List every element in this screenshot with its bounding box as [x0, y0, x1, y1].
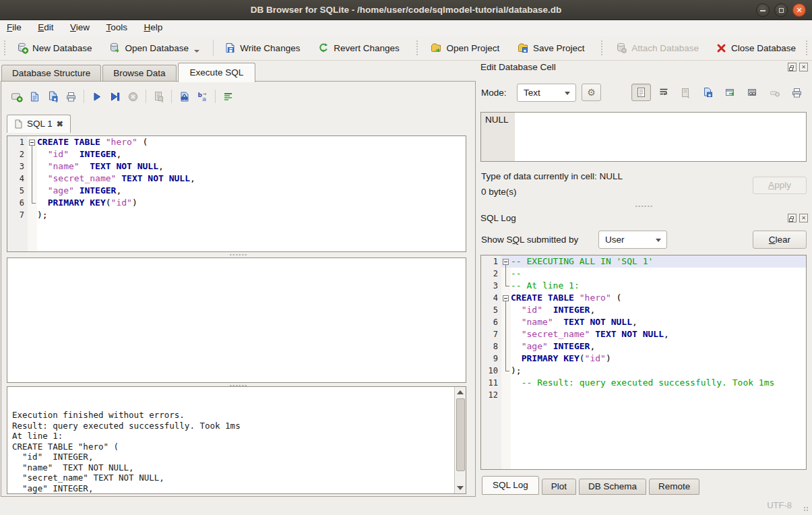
- sql-document-tab[interactable]: SQL 1 ✖: [7, 115, 71, 133]
- toolbar-drag-handle[interactable]: [806, 40, 808, 55]
- minimize-button[interactable]: [756, 3, 770, 17]
- results-grid[interactable]: [7, 258, 466, 383]
- code-line: 9 PRIMARY KEY("id"): [481, 353, 806, 365]
- menu-view[interactable]: View: [63, 20, 96, 34]
- new-sql-tab-button[interactable]: [7, 88, 26, 105]
- open-in-external-button[interactable]: [720, 84, 740, 101]
- messages-scrollbar[interactable]: [454, 387, 466, 493]
- toolbar-drag-handle[interactable]: [601, 40, 603, 55]
- cell-value-editor[interactable]: NULL: [480, 112, 807, 162]
- stop-execution-button: [124, 88, 142, 105]
- auto-switch-mode-button[interactable]: ⚙: [582, 84, 601, 101]
- dock-tab-sql-log[interactable]: SQL Log: [482, 476, 539, 495]
- splitter-handle[interactable]: [635, 205, 654, 208]
- dock-tab-plot[interactable]: Plot: [542, 479, 576, 495]
- code-line: 11 -- Result: query executed successfull…: [481, 377, 806, 389]
- menu-tools[interactable]: Tools: [99, 20, 134, 34]
- save-sql-file-button[interactable]: [44, 88, 62, 105]
- code-text: "name" TEXT NOT NULL,: [37, 160, 466, 173]
- line-number: 10: [481, 365, 501, 377]
- sql-log-code: 1-- EXECUTING ALL IN 'SQL 1'2--3-- At li…: [481, 255, 806, 469]
- scroll-up-icon[interactable]: [457, 390, 464, 394]
- word-wrap-button[interactable]: [654, 84, 673, 101]
- line-number: 6: [481, 316, 501, 328]
- dock-close-button[interactable]: ✕: [799, 63, 808, 71]
- window-controls: ✕: [756, 3, 806, 17]
- splitter-handle[interactable]: [229, 253, 248, 256]
- message-line: CREATE TABLE "hero" (: [12, 442, 449, 452]
- print-sql-button[interactable]: [62, 88, 80, 105]
- word-wrap-icon: [658, 87, 669, 98]
- fold-marker-icon[interactable]: [501, 292, 511, 304]
- new-database-label: New Database: [32, 43, 92, 53]
- sql-log-view[interactable]: 1-- EXECUTING ALL IN 'SQL 1'2--3-- At li…: [480, 255, 807, 470]
- cell-value: NULL: [485, 115, 509, 125]
- menu-edit[interactable]: Edit: [31, 20, 60, 34]
- toolbar-drag-handle[interactable]: [416, 40, 418, 55]
- code-line: 4 "secret_name" TEXT NOT NULL,: [7, 173, 466, 185]
- dock-tab-remote[interactable]: Remote: [649, 479, 699, 495]
- save-sql-file-icon: [47, 90, 59, 102]
- edit-cell-dock-buttons: ✕: [788, 63, 808, 71]
- open-sql-file-button[interactable]: [26, 88, 44, 105]
- execution-messages[interactable]: Execution finished without errors.Result…: [7, 386, 466, 494]
- export-cell-data-button[interactable]: [698, 84, 718, 101]
- print-cell-button[interactable]: [787, 84, 807, 101]
- sql-editor[interactable]: 1CREATE TABLE "hero" (2 "id" INTEGER,3 "…: [7, 135, 466, 252]
- code-line: 7 "secret_name" TEXT NOT NULL,: [481, 328, 806, 340]
- dock-close-button[interactable]: ✕: [799, 214, 808, 222]
- text-mode-button[interactable]: [631, 84, 651, 101]
- save-project-button[interactable]: Save Project: [511, 39, 591, 57]
- resize-grip-icon[interactable]: [803, 506, 809, 512]
- execute-line-button[interactable]: [106, 88, 124, 105]
- encoding-indicator[interactable]: UTF-8: [767, 500, 792, 510]
- format-sql-button[interactable]: [219, 88, 237, 105]
- tab-browse-data[interactable]: Browse Data: [102, 65, 176, 82]
- line-number: 2: [7, 148, 28, 160]
- fold-marker-icon[interactable]: [28, 136, 37, 148]
- line-number: 4: [481, 292, 501, 304]
- close-database-button[interactable]: Close Database: [710, 40, 802, 57]
- fold-margin: [28, 197, 37, 209]
- maximize-button[interactable]: [774, 3, 788, 17]
- close-button[interactable]: ✕: [792, 3, 806, 17]
- tab-execute-sql[interactable]: Execute SQL: [178, 63, 256, 82]
- clear-log-button[interactable]: Clear: [753, 231, 807, 249]
- execute-all-button[interactable]: [88, 88, 106, 105]
- message-line: Result: query executed successfully. Too…: [12, 421, 449, 431]
- revert-changes-button[interactable]: Revert Changes: [311, 39, 406, 57]
- new-database-button[interactable]: New Database: [10, 39, 98, 57]
- write-changes-button[interactable]: Write Changes: [218, 39, 306, 57]
- open-database-dropdown-icon[interactable]: [194, 50, 199, 53]
- dock-tab-db-schema[interactable]: DB Schema: [579, 479, 646, 495]
- sql-log-filter-dropdown[interactable]: User: [598, 231, 667, 249]
- find-replace-button[interactable]: ba: [193, 88, 212, 105]
- open-project-button[interactable]: Open Project: [424, 39, 505, 57]
- fold-marker-icon[interactable]: [501, 255, 511, 268]
- line-number: 5: [481, 304, 501, 316]
- fold-margin: [501, 377, 511, 389]
- open-database-button[interactable]: Open Database: [102, 39, 206, 57]
- menu-help[interactable]: Help: [137, 20, 169, 34]
- tab-database-structure[interactable]: Database Structure: [1, 65, 101, 82]
- dock-float-button[interactable]: [788, 214, 797, 222]
- code-text: PRIMARY KEY("id"): [37, 197, 466, 209]
- code-text: [511, 389, 806, 401]
- scrollbar-thumb[interactable]: [456, 398, 465, 471]
- line-number: 1: [7, 136, 28, 148]
- float-icon: [790, 216, 794, 219]
- scroll-down-icon[interactable]: [457, 486, 464, 490]
- fold-margin: [501, 389, 511, 401]
- write-changes-icon: [224, 42, 236, 54]
- dock-float-button[interactable]: [788, 63, 797, 71]
- filter-label-mnemonic: Q: [513, 235, 520, 245]
- copy-link-button[interactable]: [743, 84, 762, 101]
- menu-file[interactable]: File: [0, 20, 28, 34]
- toolbar-drag-handle[interactable]: [4, 40, 6, 55]
- code-line: 1-- EXECUTING ALL IN 'SQL 1': [481, 255, 806, 268]
- code-text: PRIMARY KEY("id"): [511, 353, 806, 365]
- find-button[interactable]: [175, 88, 193, 105]
- close-sql-tab-icon[interactable]: ✖: [57, 119, 63, 129]
- cell-mode-dropdown[interactable]: Text: [517, 84, 576, 102]
- close-database-icon: [716, 42, 727, 54]
